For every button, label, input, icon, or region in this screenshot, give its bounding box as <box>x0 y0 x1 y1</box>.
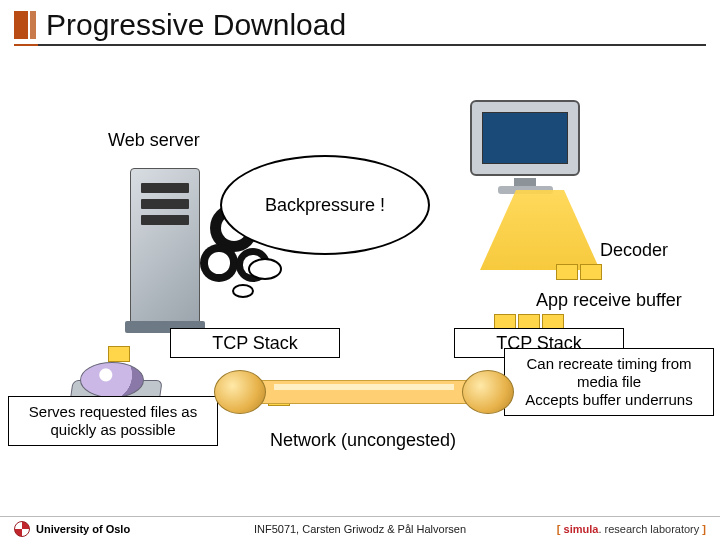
tcp-stack-left-label: TCP Stack <box>212 333 298 354</box>
footer-bracket: [ <box>557 523 564 535</box>
tcp-stack-left: TCP Stack <box>170 328 340 358</box>
slide-title-bar: Progressive Download <box>14 8 346 42</box>
client-callout-text: Can recreate timing from media file Acce… <box>525 355 692 408</box>
beam-icon <box>480 190 600 270</box>
network-label: Network (uncongested) <box>270 430 456 451</box>
slide-title: Progressive Download <box>46 8 346 42</box>
backpressure-text: Backpressure ! <box>265 195 385 216</box>
footer-right: [ simula. research laboratory ] <box>557 523 706 535</box>
server-callout: Serves requested files as quickly as pos… <box>8 396 218 446</box>
footer-rest: . research laboratory <box>598 523 699 535</box>
client-callout: Can recreate timing from media file Acce… <box>504 348 714 416</box>
bubble-tail <box>248 258 282 280</box>
web-server-label: Web server <box>108 130 200 151</box>
packet-chip-icon <box>108 346 130 362</box>
title-underline <box>14 44 706 46</box>
bubble-tail <box>232 284 254 298</box>
network-pipe-icon <box>214 370 514 414</box>
monitor-icon <box>470 100 580 190</box>
title-accent <box>30 11 36 39</box>
decoder-buffer-icon <box>556 264 604 280</box>
server-icon <box>130 168 200 328</box>
slide-body: Web server Backpressure ! Decoder App re… <box>0 60 720 514</box>
server-callout-text: Serves requested files as quickly as pos… <box>29 403 197 438</box>
footer-center-text: INF5071, Carsten Griwodz & Pål Halvorsen <box>254 523 466 535</box>
footer-brand: simula <box>564 523 599 535</box>
footer-bracket: ] <box>699 523 706 535</box>
backpressure-bubble: Backpressure ! <box>220 155 430 255</box>
footer-left: University of Oslo <box>14 521 130 537</box>
app-receive-buffer-label: App receive buffer <box>536 290 682 311</box>
title-accent <box>14 11 28 39</box>
footer-left-text: University of Oslo <box>36 523 130 535</box>
decoder-label: Decoder <box>600 240 668 261</box>
slide-footer: University of Oslo INF5071, Carsten Griw… <box>0 516 720 540</box>
university-crest-icon <box>14 521 30 537</box>
